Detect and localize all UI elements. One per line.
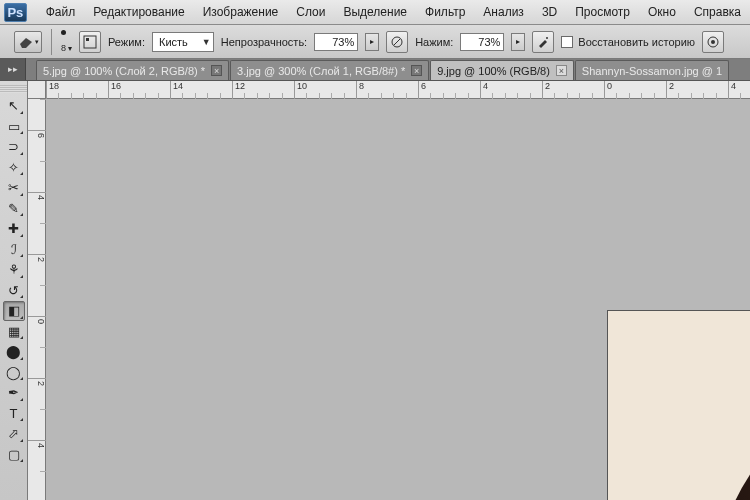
ruler-origin[interactable] [28, 81, 46, 99]
wand-tool[interactable]: ✧ [3, 157, 25, 177]
shape-tool[interactable]: ▢ [3, 444, 25, 464]
ruler-tick: 0 [604, 81, 612, 99]
eraser-icon [18, 36, 34, 48]
flow-label: Нажим: [415, 36, 453, 48]
tabstrip-expander[interactable]: ▸▸ [0, 58, 26, 80]
brush-tool[interactable]: ℐ [3, 239, 25, 259]
airbrush-icon [536, 35, 550, 49]
svg-point-3 [546, 37, 548, 39]
history-brush-tool[interactable]: ↺ [3, 280, 25, 300]
document-tab[interactable]: 9.jpg @ 100% (RGB/8) × [430, 60, 574, 80]
close-icon[interactable]: × [211, 65, 222, 76]
type-tool[interactable]: T [3, 403, 25, 423]
menu-help[interactable]: Справка [685, 1, 750, 23]
svg-rect-1 [86, 38, 89, 41]
ruler-tick: 2 [28, 254, 46, 262]
tablet-pressure-icon [390, 35, 404, 49]
ruler-tick: 4 [28, 440, 46, 448]
menu-image[interactable]: Изображение [194, 1, 288, 23]
mode-label: Режим: [108, 36, 145, 48]
svg-point-5 [711, 40, 715, 44]
ruler-tick [40, 99, 46, 102]
menu-select[interactable]: Выделение [334, 1, 416, 23]
ruler-tick: 18 [46, 81, 59, 99]
opacity-label: Непрозрачность: [221, 36, 307, 48]
ruler-tick: 4 [28, 192, 46, 200]
menu-view[interactable]: Просмотр [566, 1, 639, 23]
brush-panel-icon [83, 35, 97, 49]
opacity-input[interactable]: 73% [314, 33, 358, 51]
panel-grip[interactable] [0, 85, 27, 93]
menu-window[interactable]: Окно [639, 1, 685, 23]
document-tab[interactable]: 3.jpg @ 300% (Слой 1, RGB/8#) * × [230, 60, 429, 80]
close-icon[interactable]: × [556, 65, 567, 76]
close-icon[interactable]: × [411, 65, 422, 76]
move-tool[interactable]: ↖ [3, 96, 25, 116]
brush-panel-toggle[interactable] [79, 31, 101, 53]
ruler-tick: 12 [232, 81, 245, 99]
tab-label: 9.jpg @ 100% (RGB/8) [437, 65, 550, 77]
menu-edit[interactable]: Редактирование [84, 1, 193, 23]
ruler-tick [40, 471, 46, 474]
brush-preset-picker[interactable]: 8 ▾ [61, 30, 72, 53]
current-tool-preset[interactable]: ▾ [14, 31, 42, 53]
document-tab[interactable]: 5.jpg @ 100% (Слой 2, RGB/8) * × [36, 60, 229, 80]
image-content [708, 411, 750, 500]
vertical-ruler[interactable]: 6420246 [28, 99, 46, 500]
pen-tool[interactable]: ✒ [3, 383, 25, 403]
eyedropper-tool[interactable]: ✎ [3, 198, 25, 218]
gradient-tool[interactable]: ▦ [3, 321, 25, 341]
ruler-tick: 6 [418, 81, 426, 99]
tablet-size-toggle[interactable] [702, 31, 724, 53]
path-tool[interactable]: ⬀ [3, 424, 25, 444]
flow-input[interactable]: 73% [460, 33, 504, 51]
tab-label: 3.jpg @ 300% (Слой 1, RGB/8#) * [237, 65, 405, 77]
ruler-tick [40, 285, 46, 288]
tab-label: Shannyn-Sossamon.jpg @ 1 [582, 65, 722, 77]
menu-filter[interactable]: Фильтр [416, 1, 474, 23]
chevron-down-icon: ▼ [202, 37, 211, 47]
opacity-flyout[interactable]: ▸ [365, 33, 379, 51]
ruler-tick: 8 [356, 81, 364, 99]
dodge-tool[interactable]: ◯ [3, 362, 25, 382]
blur-tool[interactable]: ⬤ [3, 342, 25, 362]
tablet-opacity-toggle[interactable] [386, 31, 408, 53]
ruler-tick: 4 [480, 81, 488, 99]
ruler-tick: 14 [170, 81, 183, 99]
healing-tool[interactable]: ✚ [3, 219, 25, 239]
brush-size-label: 8 [61, 43, 66, 53]
ruler-tick [40, 161, 46, 164]
options-bar: ▾ 8 ▾ Режим: Кисть ▼ Непрозрачность: 73%… [0, 25, 750, 59]
tools-panel: ↖▭⊃✧✂✎✚ℐ⚘↺◧▦⬤◯✒T⬀▢ [0, 81, 28, 500]
ruler-tick: 10 [294, 81, 307, 99]
ruler-tick [40, 223, 46, 226]
crop-tool[interactable]: ✂ [3, 178, 25, 198]
mode-select[interactable]: Кисть ▼ [152, 32, 214, 52]
erase-to-history-label: Восстановить историю [578, 36, 695, 48]
menu-file[interactable]: Файл [37, 1, 85, 23]
flow-flyout[interactable]: ▸ [511, 33, 525, 51]
stamp-tool[interactable]: ⚘ [3, 260, 25, 280]
canvas-area[interactable]: 18161412108642024 6420246 [28, 81, 750, 500]
ruler-tick: 2 [28, 378, 46, 386]
erase-to-history-checkbox[interactable] [561, 36, 573, 48]
mode-value: Кисть [159, 36, 188, 48]
ruler-tick: 0 [28, 316, 46, 324]
marquee-tool[interactable]: ▭ [3, 116, 25, 136]
menu-analysis[interactable]: Анализ [474, 1, 533, 23]
ruler-tick: 6 [28, 130, 46, 138]
ruler-tick: 2 [542, 81, 550, 99]
workspace: ↖▭⊃✧✂✎✚ℐ⚘↺◧▦⬤◯✒T⬀▢ 18161412108642024 642… [0, 81, 750, 500]
lasso-tool[interactable]: ⊃ [3, 137, 25, 157]
horizontal-ruler[interactable]: 18161412108642024 [46, 81, 750, 99]
menu-3d[interactable]: 3D [533, 1, 566, 23]
menu-layer[interactable]: Слои [287, 1, 334, 23]
tab-label: 5.jpg @ 100% (Слой 2, RGB/8) * [43, 65, 205, 77]
menu-bar: Ps Файл Редактирование Изображение Слои … [0, 0, 750, 25]
document-canvas[interactable] [608, 311, 750, 500]
airbrush-toggle[interactable] [532, 31, 554, 53]
ruler-tick: 16 [108, 81, 121, 99]
eraser-tool[interactable]: ◧ [3, 301, 25, 321]
ruler-tick: 4 [728, 81, 736, 99]
document-tab[interactable]: Shannyn-Sossamon.jpg @ 1 [575, 60, 729, 80]
